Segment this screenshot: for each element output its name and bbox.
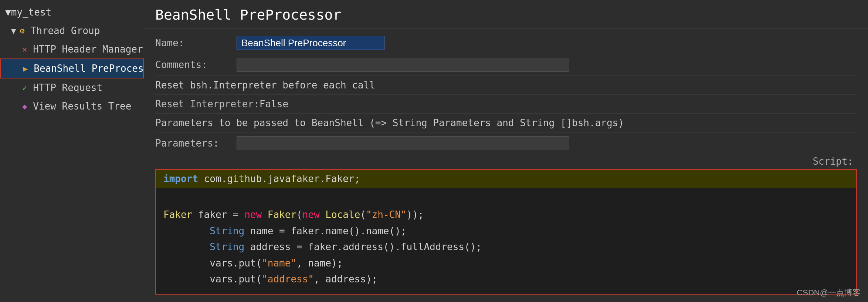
comments-row: Comments: — [155, 54, 857, 76]
watermark: CSDN@一点博客 — [797, 287, 861, 298]
thread-group-icon: ⚙ — [20, 26, 24, 36]
reset-interpreter-label: Reset Interpreter: — [155, 98, 260, 110]
comments-label: Comments: — [155, 59, 237, 70]
script-line-4: String name = faker.name().name(); — [163, 224, 849, 239]
thread-group-expand-icon: ▼ — [11, 26, 16, 36]
main-panel: BeanShell PreProcessor Name: Comments: R… — [144, 0, 868, 302]
name-label: Name: — [155, 37, 237, 48]
script-line-5: String address = faker.address().fullAdd… — [163, 239, 849, 255]
reset-bsh-row: Reset bsh.Interpreter before each call — [155, 76, 857, 95]
root-label: my_test — [11, 7, 52, 18]
reset-bsh-label: Reset bsh.Interpreter before each call — [155, 80, 375, 91]
script-line-7: vars.put( "address" , address); — [163, 272, 849, 287]
script-line-2 — [163, 191, 849, 207]
reset-interpreter-value: False — [260, 98, 288, 110]
parameters-input[interactable] — [237, 136, 569, 150]
sidebar-item-label: HTTP Request — [33, 82, 102, 93]
script-editor[interactable]: import com.github.javafaker.Faker; Faker… — [155, 169, 857, 295]
script-line-6: vars.put( "name" , name); — [163, 256, 849, 271]
page-title: BeanShell PreProcessor — [144, 0, 868, 28]
sidebar-item-thread-group[interactable]: ▼ ⚙ Thread Group — [0, 21, 144, 40]
script-line-1: import com.github.javafaker.Faker; — [156, 170, 856, 188]
http-header-icon: ✕ — [22, 45, 27, 54]
parameters-row: Parameters: — [155, 132, 857, 153]
sidebar-item-label: HTTP Header Manager — [33, 44, 143, 55]
http-request-icon: ✓ — [22, 83, 27, 93]
view-results-icon: ◆ — [22, 102, 27, 111]
sidebar-item-http-request[interactable]: ✓ HTTP Request — [0, 78, 144, 97]
script-label-row: Script: — [155, 156, 857, 167]
name-row: Name: — [155, 32, 857, 54]
beanshell-icon: ▶ — [23, 64, 28, 73]
keyword-import: import — [163, 171, 198, 187]
sidebar-item-label: View Results Tree — [33, 101, 131, 112]
sidebar-item-label: Thread Group — [31, 25, 100, 36]
comments-input[interactable] — [237, 58, 569, 72]
sidebar: ▼ my_test ▼ ⚙ Thread Group ✕ HTTP Header… — [0, 0, 144, 302]
parameters-label: Parameters: — [155, 138, 237, 149]
sidebar-root[interactable]: ▼ my_test — [0, 3, 144, 21]
sidebar-item-beanshell[interactable]: ▶ BeanShell PreProcessor — [0, 58, 144, 78]
script-line-3: Faker faker = new Faker ( new Locale ( "… — [163, 207, 849, 223]
form-area: Name: Comments: Reset bsh.Interpreter be… — [144, 28, 868, 153]
sidebar-item-label: BeanShell PreProcessor — [34, 63, 161, 74]
script-section-label: Script: — [813, 156, 853, 167]
name-input[interactable] — [237, 36, 384, 50]
expand-icon: ▼ — [5, 7, 11, 18]
parameters-desc-row: Parameters to be passed to BeanShell (=>… — [155, 114, 857, 132]
parameters-desc: Parameters to be passed to BeanShell (=>… — [155, 117, 624, 128]
sidebar-item-http-header[interactable]: ✕ HTTP Header Manager — [0, 40, 144, 58]
script-section: Script: import com.github.javafaker.Fake… — [144, 156, 868, 302]
reset-interpreter-row: Reset Interpreter: False — [155, 95, 857, 114]
sidebar-item-view-results[interactable]: ◆ View Results Tree — [0, 97, 144, 115]
